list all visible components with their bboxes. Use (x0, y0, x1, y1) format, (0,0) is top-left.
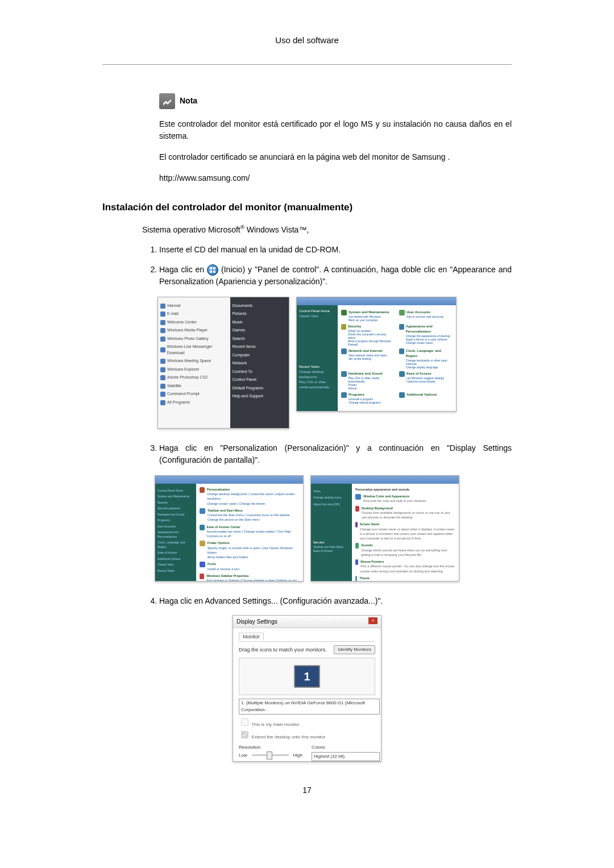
reg-mark: ® (240, 224, 244, 230)
sidebar-link[interactable]: Appearance and Personalization (157, 530, 194, 539)
identify-monitors-button[interactable]: Identify Monitors (334, 645, 375, 654)
screenshot-personalization: TasksChange desktop iconsAdjust font siz… (310, 475, 459, 582)
cp-category[interactable]: User AccountsAdd or remove user accounts (399, 310, 453, 322)
start-item[interactable]: Music (233, 319, 287, 326)
start-item[interactable]: Connect To (233, 369, 287, 375)
header-title: Uso del software (102, 34, 512, 47)
sidebar-link[interactable]: Programs (157, 518, 194, 523)
cp-category[interactable]: SecurityCheck for updatesCheck this comp… (341, 324, 395, 346)
start-item[interactable]: Help and Support (233, 393, 287, 400)
chk-extend (241, 731, 248, 738)
cp-category[interactable]: Network and InternetView network status … (341, 348, 395, 369)
monitor-select[interactable]: 1. (Multiple Monitors) on NVIDIA GeForce… (239, 699, 380, 715)
appearance-item[interactable]: Ease of Access CenterAccommodate low vis… (200, 525, 300, 539)
appearance-item[interactable]: Windows Sidebar PropertiesAdd gadgets to… (200, 574, 300, 582)
sidebar-link[interactable]: Classic View (157, 563, 194, 567)
cp-category[interactable]: ProgramsUninstall a programChange startu… (341, 392, 395, 404)
personalization-item[interactable]: SoundsChange which sounds are heard when… (355, 543, 455, 557)
note-label: Nota (180, 95, 197, 107)
appearance-item[interactable]: PersonalizationChange desktop background… (200, 487, 300, 506)
start-item[interactable]: Windows Media Player (160, 327, 228, 334)
start-item[interactable]: Satellite (160, 383, 228, 389)
personalization-item[interactable]: Desktop BackgroundChoose from available … (355, 506, 455, 520)
note-icon (159, 93, 175, 109)
chk-main (241, 719, 248, 726)
sidebar-link[interactable]: System and Maintenance (157, 495, 194, 499)
start-orb-icon (207, 264, 218, 276)
header-rule (102, 64, 512, 65)
cp-category[interactable]: Clock, Language, and RegionChange keyboa… (399, 348, 453, 369)
start-item[interactable]: Adobe Photoshop CS2 (160, 375, 228, 381)
note-paragraph-2: El controlador certificado se anunciará … (159, 151, 512, 163)
start-item[interactable]: Windows Explorer (160, 367, 228, 373)
note-paragraph-1: Este controlador del monitor está certif… (159, 118, 512, 142)
appearance-item[interactable]: Folder OptionsSpecify single- or double-… (200, 541, 300, 559)
personalization-item[interactable]: Mouse PointersPick a different mouse poi… (355, 559, 455, 574)
cp-home: Control Panel Home (299, 309, 335, 314)
tab-monitor[interactable]: Monitor (239, 633, 264, 641)
disp-drag-label: Drag the icons to match your monitors. (239, 646, 327, 654)
start-item[interactable]: Default Programs (233, 385, 287, 392)
cp-category[interactable]: System and MaintenanceGet started with W… (341, 310, 395, 322)
start-item[interactable]: Command Prompt (160, 391, 228, 397)
screenshot-control-panel: Control Panel Home Classic View Recent T… (296, 297, 457, 412)
appearance-item[interactable]: FontsInstall or remove a font (200, 562, 300, 571)
personalization-item[interactable]: ThemeChange the theme. Themes can change… (355, 576, 455, 582)
start-item[interactable]: Documents (233, 303, 287, 309)
sidebar-link[interactable]: Clock, Language, and Region (157, 541, 194, 549)
step-4: Haga clic en Advanced Settings... (Confi… (159, 595, 512, 607)
start-item[interactable]: Windows Meeting Space (160, 358, 228, 364)
disp-title: Display Settings (237, 617, 277, 626)
start-item[interactable]: Windows Live Messenger Download (160, 344, 228, 356)
screenshot-display-settings: Display Settings × Monitor Drag the icon… (233, 615, 381, 762)
start-item[interactable]: Welcome Center (160, 319, 228, 326)
res-low: Low (239, 752, 247, 759)
start-item[interactable]: Recent Items (233, 344, 287, 350)
cp-category[interactable]: Additional Options (399, 392, 453, 404)
resolution-label: Resolution: (239, 744, 302, 751)
start-item[interactable]: Search (233, 336, 287, 342)
step-1: Inserte el CD del manual en la unidad de… (159, 244, 512, 256)
sidebar-link[interactable]: Security (157, 501, 194, 505)
cp-category[interactable]: Appearance and PersonalizationChange the… (399, 324, 453, 346)
personalization-item[interactable]: Window Color and AppearanceFine tune the… (355, 494, 455, 504)
start-item[interactable]: Control Panel (233, 377, 287, 383)
sidebar-link[interactable]: Recent Tasks (157, 569, 194, 574)
colors-select[interactable]: Highest (32 bit) (312, 752, 380, 761)
pers-header: Personalize appearance and sounds (355, 487, 455, 492)
sidebar-link[interactable]: Adjust font size (DPI) (313, 502, 350, 507)
start-item[interactable]: Windows Photo Gallery (160, 336, 228, 342)
sidebar-link[interactable]: Hardware and Sound (157, 513, 194, 517)
sidebar-link[interactable]: Change desktop icons (313, 496, 350, 500)
start-item[interactable]: Pictures (233, 311, 287, 317)
section-title: Instalación del controlador del monitor … (102, 200, 512, 215)
sidebar-link[interactable]: User Accounts (157, 525, 194, 529)
start-item[interactable]: Games (233, 327, 287, 334)
start-item[interactable]: Network (233, 360, 287, 367)
sidebar-link[interactable]: Control Panel Home (157, 489, 194, 493)
start-item[interactable]: E-mail (160, 311, 228, 317)
close-icon[interactable]: × (368, 617, 377, 624)
page-number: 17 (102, 784, 512, 796)
resolution-slider[interactable] (252, 754, 289, 756)
start-item[interactable]: All Programs (160, 400, 228, 406)
screenshot-appearance: Control Panel HomeSystem and Maintenance… (155, 475, 304, 582)
colors-label: Colors: (312, 744, 375, 751)
cp-recent: Recent Tasks (299, 364, 335, 369)
cp-classic: Classic View (299, 314, 335, 319)
sidebar-link[interactable]: Ease of Access (157, 551, 194, 555)
sidebar-link[interactable]: Security guidance (157, 506, 194, 511)
sidebar-link[interactable]: Tasks (313, 489, 350, 494)
start-item[interactable]: Internet (160, 303, 228, 309)
cp-category[interactable]: Ease of AccessLet Windows suggest settin… (399, 371, 453, 390)
monitor-icon[interactable]: 1 (294, 665, 320, 688)
cp-side2: Play CDs or other media automatically (299, 380, 335, 390)
start-item[interactable]: Computer (233, 352, 287, 359)
personalization-item[interactable]: Screen SaverChange your screen saver or … (355, 522, 455, 541)
res-value: 1280 by 1024 pixels (239, 759, 302, 762)
sidebar-link[interactable]: Additional Options (157, 557, 194, 562)
note-url: http://www.samsung.com/ (159, 172, 512, 184)
cp-category[interactable]: Hardware and SoundPlay CDs or other medi… (341, 371, 395, 390)
appearance-item[interactable]: Taskbar and Start MenuCustomize the Star… (200, 508, 300, 522)
screenshot-start-menu: InternetE-mailWelcome CenterWindows Medi… (157, 297, 289, 429)
